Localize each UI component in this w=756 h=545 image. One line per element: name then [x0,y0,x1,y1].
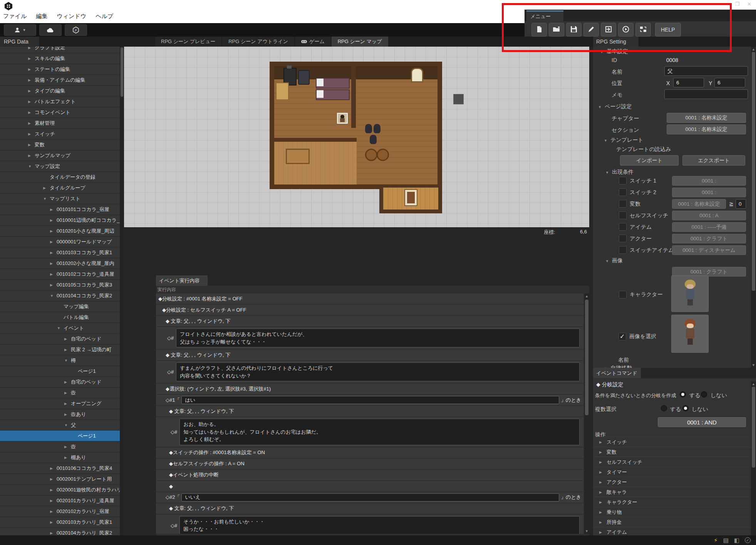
help-button[interactable]: HELP [655,23,681,37]
tree-item-素材管理[interactable]: ▶素材管理 [0,118,120,128]
tree-expand-icon[interactable]: ▶ [599,510,602,514]
event-command-row[interactable]: ◆スイッチの操作 : #0001名称未設定 = ON [156,448,583,458]
tab-RPG シーン プレビュー[interactable]: RPG シーン プレビュー [155,37,221,47]
event-command-row[interactable]: ◆ 文章: 父, , , ウィンドウ, 下 [156,503,583,514]
name-field[interactable] [664,66,748,76]
tree-expand-icon[interactable]: ▶ [50,262,57,265]
tree-item-自宅のベッド[interactable]: ▶自宅のベッド [0,334,120,344]
export-button[interactable]: エクスポート [682,155,745,166]
message-text-box[interactable]: そうか・・・お前も忙しいか・・・困ったな・・・ [179,516,580,534]
minimize-icon[interactable]: ─ [724,1,727,7]
message-text-box[interactable]: すまんがクラフト、父さんの代わりにフロイトさんところに行って内容を聞いてきてくれ… [176,362,580,381]
character-thumbnail[interactable] [671,275,709,312]
tree-item-バトルエフェクト[interactable]: ▶バトルエフェクト [0,96,120,107]
open-folder-button[interactable] [549,23,564,37]
tree-expand-icon[interactable]: ▶ [599,520,602,524]
command-item-アクター[interactable]: ▶アクター [593,477,750,487]
tree-expand-icon[interactable]: ▶ [50,218,57,222]
tree-item-ページ1[interactable]: ページ1 [0,431,120,441]
tree-expand-icon[interactable]: ▶ [599,530,602,534]
condition-dropdown[interactable]: 0001 : A [672,211,746,220]
command-item-変数[interactable]: ▶変数 [593,447,750,457]
message-text-box[interactable]: フロイトさんに何か相談があると言われていたんだが、父はちょっと手が離せなくてな・… [176,329,580,347]
tree-expand-icon[interactable]: ▶ [64,380,71,384]
maximize-icon[interactable]: ❐ [735,1,739,7]
tree-collapse-icon[interactable]: ▼ [28,164,35,168]
choice-text-field[interactable] [181,396,559,404]
tab-rpg-setting[interactable]: RPG Setting [593,37,639,47]
tree-expand-icon[interactable]: ▶ [43,186,50,190]
tree-expand-icon[interactable]: ▶ [599,490,602,494]
condition-checkbox-セルフスイッチ[interactable] [619,211,627,219]
condition-dropdown[interactable]: 0001 : [672,188,746,197]
tab-ゲーム[interactable]: ゲーム [295,37,331,47]
play-button[interactable] [618,23,634,37]
condition-checkbox-アクター[interactable] [619,235,627,242]
event-marker-father[interactable] [337,113,348,124]
tree-item-父[interactable]: ▼父 [0,420,120,430]
command-item-キャラクター[interactable]: ▶キャラクター [593,497,750,507]
new-file-button[interactable] [531,23,547,37]
event-command-row[interactable]: ◆ [156,481,583,491]
tree-expand-icon[interactable]: ▶ [50,229,57,233]
tree-item-マップ編集[interactable]: マップ編集 [0,301,120,312]
y-field[interactable] [714,78,745,87]
tree-expand-icon[interactable]: ▶ [599,460,602,464]
tab-RPG シーン マップ[interactable]: RPG シーン マップ [332,37,388,47]
tree-expand-icon[interactable]: ▶ [599,450,602,454]
tree-item-棚あり[interactable]: ▶棚あり [0,452,120,463]
event-command-row[interactable]: ◆ 文章: 父, , , ウィンドウ, 下 [156,350,583,360]
and-dropdown[interactable]: 0001 : AND [658,417,746,427]
tree-item-0010102ココカラ_道具屋[interactable]: ▶0010102ココカラ_道具屋 [0,269,120,279]
tree-expand-icon[interactable]: ▶ [50,510,57,513]
condition-checkbox-スイッチ 2[interactable] [619,188,627,196]
command-item-スイッチ[interactable]: ▶スイッチ [593,437,750,447]
condition-checkbox-変数[interactable] [619,200,627,208]
command-item-所持金[interactable]: ▶所持金 [593,517,750,527]
cloud-button[interactable] [39,24,62,36]
tree-item-自宅のベッド[interactable]: ▶自宅のベッド [0,377,120,387]
branch-yes-radio[interactable] [680,391,686,397]
menu-item-2[interactable]: ウィンドウ [57,13,86,20]
command-item-アイテム[interactable]: ▶アイテム [593,527,750,535]
tree-item-ページ1[interactable]: ページ1 [0,366,120,376]
tree-expand-icon[interactable]: ▶ [599,500,602,504]
setting-scrollbar[interactable]: ▲ ▼ [751,47,756,368]
tree-item-民家 2 →辺境の町[interactable]: ▶民家 2 →辺境の町 [0,344,120,355]
tree-item-壺[interactable]: ▶壺 [0,387,120,398]
tree-item-マップリスト[interactable]: ▼マップリスト [0,193,120,204]
tree-expand-icon[interactable]: ▶ [50,283,57,287]
tab-rpg-data[interactable]: RPG Data [0,37,39,47]
tree-expand-icon[interactable]: ▶ [28,100,35,104]
tree-expand-icon[interactable]: ▶ [28,57,35,60]
command-item-敵キャラ[interactable]: ▶敵キャラ [593,487,750,497]
tab-event-content[interactable]: イベント実行内容 [156,275,208,286]
tree-expand-icon[interactable]: ▶ [28,154,35,158]
pencil-button[interactable] [583,23,599,37]
tree-item-0010103ココカラ_民家1[interactable]: ▶0010103ココカラ_民家1 [0,247,120,258]
tree-item-0000001ワールドマップ[interactable]: ▶0000001ワールドマップ [0,236,120,247]
character-checkbox[interactable] [619,291,627,298]
tree-expand-icon[interactable]: ▶ [50,499,57,503]
menu-tab[interactable]: メニュー [526,10,563,21]
tree-item-ステートの編集[interactable]: ▶ステートの編集 [0,64,120,74]
tab-RPG シーン アウトライン[interactable]: RPG シーン アウトライン [222,37,294,47]
tree-expand-icon[interactable]: ▶ [28,89,35,93]
tree-item-0010001辺境の町ココカラ_全体[interactable]: ▶0010001辺境の町ココカラ_全体 [0,215,120,225]
tree-expand-icon[interactable]: ▶ [64,402,71,406]
selected-image-thumbnail[interactable] [671,315,709,353]
tree-item-イベント[interactable]: ▼イベント [0,323,120,333]
tree-item-0020103カラハリ_民家1[interactable]: ▶0020103カラハリ_民家1 [0,517,120,527]
tree-item-0010101ココカラ_宿屋[interactable]: ▶0010101ココカラ_宿屋 [0,204,120,215]
tree-item-装備・アイテムの編集[interactable]: ▶装備・アイテムの編集 [0,75,120,85]
section-appear[interactable]: ▼出現条件 [605,169,634,176]
event-command-row[interactable]: ◆イベント処理の中断 [156,470,583,480]
tree-collapse-icon[interactable]: ▼ [57,326,64,330]
save-button[interactable] [566,23,582,37]
tree-item-オープニング[interactable]: ▶オープニング [0,398,120,409]
event-command-row[interactable]: ◆ 文章: 父, , , ウィンドウ, 下 [156,316,583,326]
tree-item-バトル編集[interactable]: バトル編集 [0,312,120,322]
event-message-row[interactable]: ◇#そうか・・・お前も忙しいか・・・困ったな・・・ [156,515,583,534]
tree-item-壺あり[interactable]: ▶壺あり [0,409,120,419]
event-command-row[interactable]: ◆分岐設定 : #0001 名称未設定 = OFF [156,293,583,304]
